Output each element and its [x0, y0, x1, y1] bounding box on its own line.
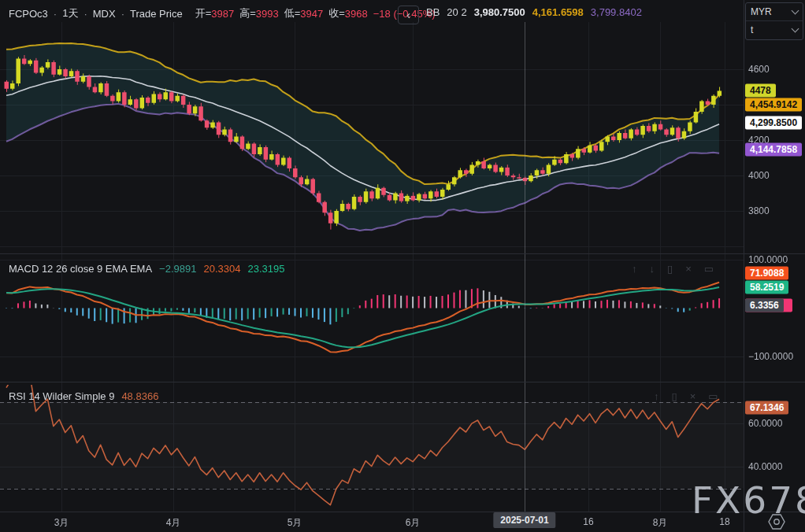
time-tick-label: 3月 — [54, 516, 69, 530]
unit-value: t — [751, 24, 753, 35]
separator-dot: · — [83, 8, 87, 20]
close-value: 3968 — [345, 8, 368, 20]
axis-value-badge: 4,299.8500 — [745, 116, 802, 129]
symbol-name[interactable]: FCPOc3 — [9, 8, 48, 20]
macd-signal-value: 23.3195 — [247, 263, 284, 275]
axis-value-badge: 6.3356 — [745, 298, 784, 312]
open-label: 开= — [195, 6, 212, 20]
bb-name: BB — [426, 6, 440, 18]
macd-line-value: 20.3304 — [203, 263, 240, 275]
delete-pane-icon[interactable]: ▯ — [667, 263, 673, 275]
bb-upper-value: 4,161.6598 — [532, 6, 584, 18]
macd-indicator-header[interactable]: MACD 12 26 close 9 EMA EMA −2.9891 20.33… — [9, 263, 284, 275]
close-pane-icon[interactable]: × — [690, 390, 696, 402]
symbol-header: FCPOc3 · 1天 · MDX · Trade Price 开=3987 高… — [9, 6, 436, 20]
move-pane-up-icon[interactable]: ↑ — [654, 390, 659, 402]
watermark: FX678 — [692, 478, 805, 522]
high-value: 3993 — [256, 8, 279, 20]
rsi-value: 48.8366 — [121, 390, 158, 402]
axis-value-badge: 4478 — [745, 84, 776, 98]
high-label: 高= — [239, 6, 256, 20]
axis-value-badge: 4,454.9142 — [745, 98, 802, 112]
axis-tick-label: −100.0000 — [748, 351, 793, 362]
axis-tick-label: 3800 — [748, 205, 770, 216]
axis-value-badge: 67.1346 — [745, 401, 788, 415]
time-tick-label: 18 — [719, 516, 729, 527]
delete-pane-icon[interactable]: ▯ — [672, 390, 677, 402]
macd-pane-controls: ↑↓▯×▭ — [632, 263, 714, 275]
macd-hist-value: −2.9891 — [159, 263, 196, 275]
axis-tick-label: 60.0000 — [748, 418, 782, 429]
separator-dot: · — [54, 8, 57, 20]
rsi-title: RSI 14 Wilder Simple 9 — [9, 390, 114, 402]
series-type-label: Trade Price — [130, 8, 183, 20]
time-tick-label: 16 — [583, 516, 593, 527]
interval-label[interactable]: 1天 — [62, 6, 78, 20]
axis-tick-label: 4000 — [748, 170, 770, 181]
axis-value-badge: 58.2519 — [745, 281, 788, 294]
low-label: 低= — [284, 6, 301, 20]
low-value: 3947 — [300, 8, 323, 20]
unit-select[interactable]: t — [746, 21, 803, 39]
bb-params: 20 2 — [447, 6, 466, 18]
rsi-indicator-header[interactable]: RSI 14 Wilder Simple 9 48.8366 — [9, 390, 158, 402]
axis-tick-label: 4600 — [748, 64, 770, 75]
bb-basis-value: 3,980.7500 — [474, 6, 525, 18]
time-tick-label: 6月 — [406, 516, 421, 530]
axis-value-badge: 4,144.7858 — [745, 143, 802, 157]
separator-dot: · — [121, 8, 124, 20]
move-pane-down-icon[interactable]: ↓ — [650, 263, 655, 275]
open-value: 3987 — [211, 8, 234, 20]
time-tick-label: 8月 — [653, 516, 668, 530]
timezone-settings-icon[interactable] — [766, 513, 787, 532]
close-pane-icon[interactable]: × — [685, 263, 692, 275]
crosshair-date-badge: 2025-07-01 — [493, 512, 555, 528]
chevron-down-icon — [792, 25, 799, 33]
chevron-down-icon — [792, 7, 799, 15]
close-label: 收= — [328, 6, 345, 20]
collapse-indicator-button[interactable]: ‹ — [398, 6, 419, 24]
time-tick-label: 4月 — [166, 516, 181, 530]
maximize-pane-icon[interactable]: ▭ — [704, 263, 714, 275]
axis-tick-label: 40.0000 — [748, 461, 782, 472]
maximize-pane-icon[interactable]: ▭ — [708, 390, 718, 402]
axis-value-badge: 71.9088 — [745, 267, 788, 280]
currency-unit-panel: MYR t — [745, 2, 803, 40]
currency-value: MYR — [751, 6, 772, 17]
bb-indicator-header[interactable]: BB 20 2 3,980.7500 4,161.6598 3,799.8402 — [426, 6, 642, 18]
bb-lower-value: 3,799.8402 — [591, 6, 642, 18]
axis-tick-label: 100.0000 — [748, 254, 788, 265]
chevron-left-icon: ‹ — [406, 9, 410, 21]
rsi-pane-controls: ↑▯×▭ — [654, 390, 718, 402]
exchange-label: MDX — [93, 8, 116, 20]
time-tick-label: 5月 — [288, 516, 302, 530]
currency-select[interactable]: MYR — [746, 3, 803, 20]
move-pane-up-icon[interactable]: ↑ — [632, 263, 637, 275]
chart-window: FCPOc3 · 1天 · MDX · Trade Price 开=3987 高… — [0, 0, 805, 532]
macd-title: MACD 12 26 close 9 EMA EMA — [9, 263, 152, 275]
